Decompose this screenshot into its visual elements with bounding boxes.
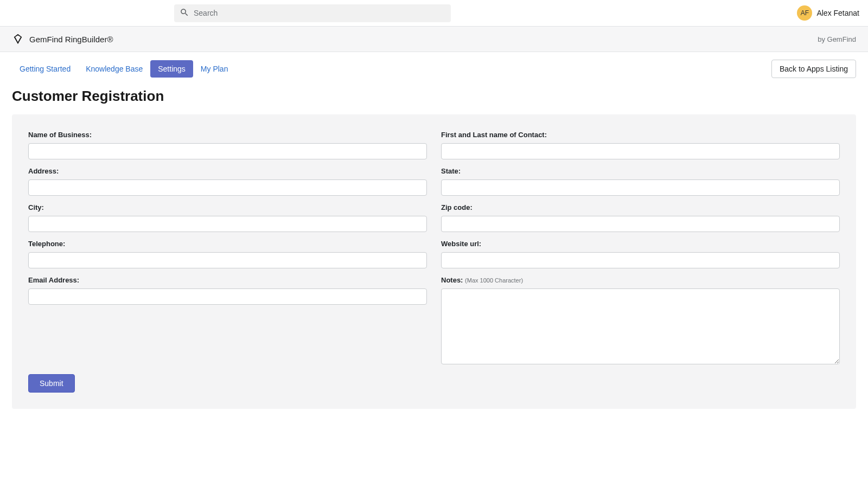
app-title: GemFind RingBuilder® bbox=[29, 35, 113, 44]
submit-row: Submit bbox=[28, 374, 840, 393]
registration-form: Name of Business: Address: City: Telepho… bbox=[12, 114, 856, 409]
address-label: Address: bbox=[28, 167, 427, 175]
back-to-apps-button[interactable]: Back to Apps Listing bbox=[771, 60, 856, 78]
page-title: Customer Registration bbox=[0, 86, 868, 114]
telephone-input[interactable] bbox=[28, 252, 427, 268]
search-input[interactable] bbox=[194, 9, 445, 17]
tab-settings[interactable]: Settings bbox=[150, 60, 193, 78]
tab-knowledge-base[interactable]: Knowledge Base bbox=[78, 60, 150, 78]
city-input[interactable] bbox=[28, 216, 427, 232]
notes-textarea[interactable] bbox=[441, 288, 840, 364]
app-title-group: GemFind RingBuilder® bbox=[12, 33, 113, 45]
state-label: State: bbox=[441, 167, 840, 175]
tab-my-plan[interactable]: My Plan bbox=[193, 60, 236, 78]
nav-row: Getting Started Knowledge Base Settings … bbox=[0, 52, 868, 86]
zip-label: Zip code: bbox=[441, 203, 840, 211]
contact-label: First and Last name of Contact: bbox=[441, 131, 840, 139]
notes-hint: (Max 1000 Character) bbox=[465, 277, 523, 284]
user-name: Alex Fetanat bbox=[816, 9, 859, 17]
business-label: Name of Business: bbox=[28, 131, 427, 139]
app-header: GemFind RingBuilder® by GemFind bbox=[0, 26, 868, 52]
website-label: Website url: bbox=[441, 240, 840, 248]
business-input[interactable] bbox=[28, 143, 427, 159]
avatar: AF bbox=[797, 5, 812, 21]
contact-input[interactable] bbox=[441, 143, 840, 159]
search-container[interactable] bbox=[174, 4, 451, 22]
search-icon bbox=[180, 8, 189, 19]
zip-input[interactable] bbox=[441, 216, 840, 232]
address-input[interactable] bbox=[28, 179, 427, 196]
notes-label-text: Notes: bbox=[441, 276, 463, 284]
top-bar: AF Alex Fetanat bbox=[0, 0, 868, 26]
email-label: Email Address: bbox=[28, 276, 427, 284]
website-input[interactable] bbox=[441, 252, 840, 268]
telephone-label: Telephone: bbox=[28, 240, 427, 248]
tab-getting-started[interactable]: Getting Started bbox=[12, 60, 78, 78]
form-column-left: Name of Business: Address: City: Telepho… bbox=[28, 131, 427, 364]
email-input[interactable] bbox=[28, 288, 427, 305]
app-logo-icon bbox=[12, 33, 24, 45]
submit-button[interactable]: Submit bbox=[28, 374, 75, 393]
notes-label: Notes: (Max 1000 Character) bbox=[441, 276, 840, 284]
app-by-text: by GemFind bbox=[818, 35, 856, 43]
form-column-right: First and Last name of Contact: State: Z… bbox=[441, 131, 840, 364]
nav-tabs: Getting Started Knowledge Base Settings … bbox=[12, 60, 235, 78]
city-label: City: bbox=[28, 203, 427, 211]
user-area[interactable]: AF Alex Fetanat bbox=[797, 5, 859, 21]
state-input[interactable] bbox=[441, 179, 840, 196]
form-grid: Name of Business: Address: City: Telepho… bbox=[28, 131, 840, 364]
